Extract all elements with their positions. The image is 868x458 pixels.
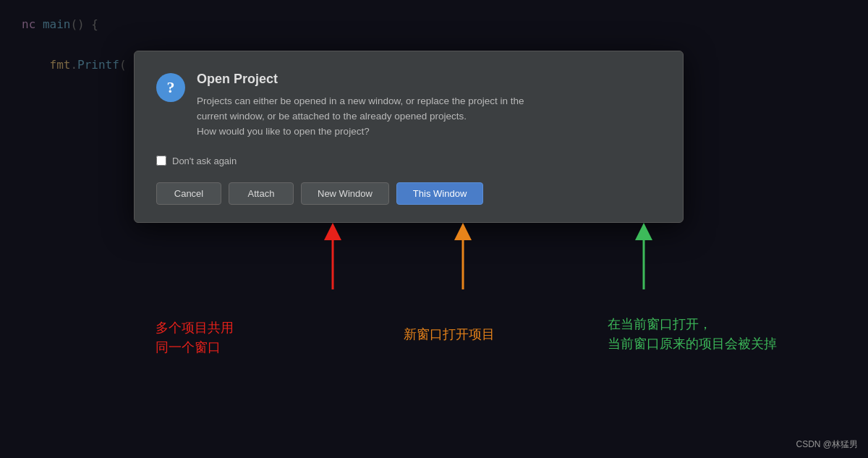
csdn-credit: CSDN @林猛男 <box>796 438 858 451</box>
dont-ask-again-checkbox[interactable] <box>156 156 166 166</box>
attach-button[interactable]: Attach <box>229 182 294 205</box>
dialog-header: ? Open Project Projects can either be op… <box>156 72 661 140</box>
this-window-button[interactable]: This Window <box>396 182 483 205</box>
dialog-button-group: Cancel Attach New Window This Window <box>156 182 661 205</box>
dont-ask-again-row[interactable]: Don't ask again <box>156 156 661 166</box>
dont-ask-again-label: Don't ask again <box>172 156 237 166</box>
new-window-button[interactable]: New Window <box>301 182 389 205</box>
open-project-dialog: ? Open Project Projects can either be op… <box>134 51 684 223</box>
dialog-question-icon: ? <box>156 73 185 102</box>
dialog-body: Projects can either be opened in a new w… <box>197 94 524 140</box>
cancel-button[interactable]: Cancel <box>156 182 221 205</box>
dialog-text-content: Open Project Projects can either be open… <box>197 72 524 140</box>
dialog-title: Open Project <box>197 72 524 87</box>
